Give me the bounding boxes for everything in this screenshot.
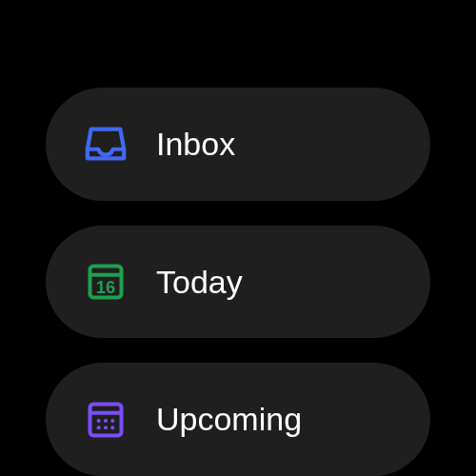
nav-item-today[interactable]: 16 Today	[46, 226, 430, 339]
svg-point-7	[110, 419, 114, 423]
nav-item-label: Upcoming	[156, 401, 302, 438]
svg-point-10	[110, 426, 114, 429]
svg-point-5	[97, 419, 101, 423]
nav-item-upcoming[interactable]: Upcoming	[46, 363, 430, 476]
svg-point-6	[104, 419, 108, 423]
nav-item-label: Today	[156, 264, 243, 301]
calendar-today-icon: 16	[82, 258, 129, 306]
inbox-icon	[82, 120, 129, 168]
svg-text:16: 16	[96, 277, 115, 297]
svg-point-9	[104, 426, 108, 429]
nav-item-label: Inbox	[156, 126, 235, 163]
calendar-upcoming-icon	[82, 396, 129, 444]
svg-point-8	[97, 426, 101, 429]
nav-item-inbox[interactable]: Inbox	[46, 88, 430, 201]
